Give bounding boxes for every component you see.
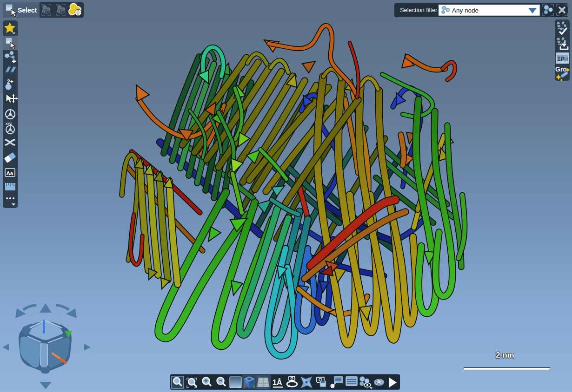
svg-text:Aa: Aa bbox=[7, 170, 13, 176]
svg-text:1Å: 1Å bbox=[273, 378, 282, 386]
svg-text:Select: Select bbox=[18, 7, 37, 14]
svg-text:Gro: Gro bbox=[555, 65, 567, 73]
svg-text:[y]:: [y]: bbox=[564, 57, 569, 61]
svg-text:Selection filter: Selection filter bbox=[400, 7, 438, 13]
svg-text:XYZ: XYZ bbox=[6, 122, 12, 125]
svg-text:Any node: Any node bbox=[452, 7, 479, 14]
